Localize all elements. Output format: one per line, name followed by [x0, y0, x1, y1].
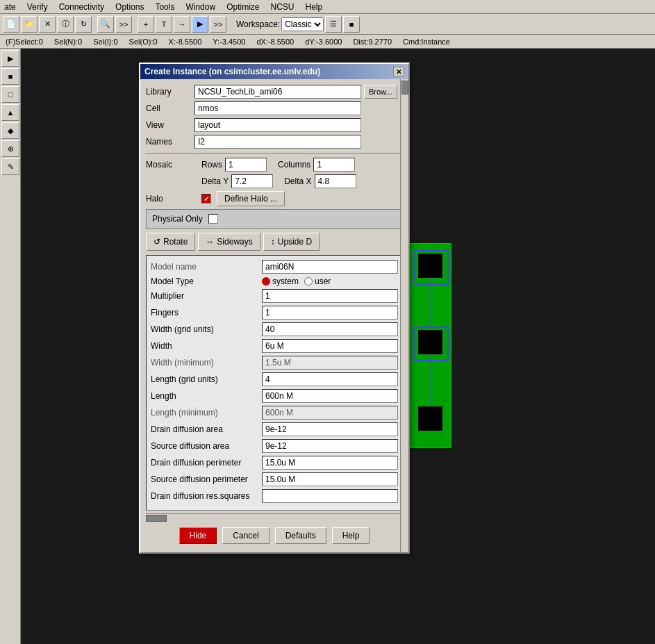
width-grid-label: Width (grid units): [151, 324, 262, 334]
width-input[interactable]: [262, 339, 398, 353]
width-min-input[interactable]: [262, 356, 398, 370]
workspace-btn2[interactable]: ■: [343, 16, 360, 33]
help-button[interactable]: Help: [332, 527, 370, 544]
more-tools-button[interactable]: >>: [210, 16, 226, 33]
view-row: View: [146, 118, 403, 132]
mosaic-delta-row: Delta Y Delta X: [146, 174, 403, 188]
width-min-row: Width (minimum): [151, 356, 398, 370]
drain-diff-area-input[interactable]: [262, 422, 398, 436]
menu-ncsu[interactable]: NCSU: [269, 2, 295, 12]
model-name-label: Model name: [151, 262, 262, 272]
rows-input[interactable]: [225, 158, 267, 172]
horizontal-scrollbar[interactable]: [146, 513, 403, 522]
define-halo-button[interactable]: Define Halo ...: [217, 191, 285, 206]
length-input[interactable]: [262, 389, 398, 403]
cell-input[interactable]: [194, 101, 361, 115]
instance-button[interactable]: +: [138, 16, 154, 33]
upside-down-button[interactable]: ↕ Upside D: [263, 233, 320, 251]
status-dx: dX:-8.5500: [256, 38, 294, 46]
names-input[interactable]: [194, 135, 361, 149]
select-button[interactable]: ▶: [192, 16, 208, 33]
mosaic-label: Mosaic: [146, 160, 201, 170]
multiplier-label: Multiplier: [151, 291, 262, 301]
left-toolbar: ▶ ■ □ ▲ ◆ ⊕ ✎: [0, 49, 21, 644]
length-min-input[interactable]: [262, 406, 398, 420]
library-input[interactable]: [194, 85, 361, 99]
zoom-more-button[interactable]: >>: [115, 16, 132, 33]
names-label: Names: [146, 137, 194, 147]
menu-optimize[interactable]: Optimize: [225, 2, 260, 12]
menu-window[interactable]: Window: [184, 2, 217, 12]
model-name-input[interactable]: [262, 260, 398, 274]
vertical-scrollbar[interactable]: [400, 79, 408, 552]
arrow-button[interactable]: →: [174, 16, 190, 33]
drain-diff-area-row: Drain diffusion area: [151, 422, 398, 436]
workspace-btn1[interactable]: ☰: [325, 16, 342, 33]
left-btn-2[interactable]: ■: [1, 68, 19, 85]
view-input[interactable]: [194, 118, 361, 132]
cancel-button[interactable]: Cancel: [222, 527, 269, 544]
hide-button[interactable]: Hide: [179, 527, 217, 544]
status-x: X:-8.5500: [169, 38, 202, 46]
status-cmd: Cmd:Instance: [403, 38, 450, 46]
halo-checkbox[interactable]: ✓: [201, 194, 211, 204]
menu-ate[interactable]: ate: [3, 2, 17, 12]
source-diff-perim-label: Source diffusion perimeter: [151, 474, 262, 484]
workspace-select[interactable]: Classic: [281, 17, 324, 31]
defaults-button[interactable]: Defaults: [275, 527, 326, 544]
drain-diff-res-input[interactable]: [262, 489, 398, 503]
left-btn-3[interactable]: □: [1, 86, 19, 103]
source-diff-perim-input[interactable]: [262, 472, 398, 486]
dialog-close-button[interactable]: ✕: [393, 67, 404, 76]
length-label: Length: [151, 391, 262, 401]
left-btn-5[interactable]: ◆: [1, 122, 19, 139]
menu-help[interactable]: Help: [304, 2, 324, 12]
length-grid-row: Length (grid units): [151, 372, 398, 386]
fingers-input[interactable]: [262, 306, 398, 320]
create-instance-dialog: Create Instance (on csimcluster.ee.unlv.…: [139, 63, 410, 554]
length-row: Length: [151, 389, 398, 403]
model-name-row: Model name: [151, 260, 398, 274]
multiplier-input[interactable]: [262, 289, 398, 303]
refresh-button[interactable]: ↻: [75, 16, 92, 33]
columns-label: Columns: [278, 160, 310, 170]
rows-label: Rows: [201, 160, 222, 170]
menu-tools[interactable]: Tools: [154, 2, 176, 12]
width-min-label: Width (minimum): [151, 358, 262, 368]
delta-x-label: Delta X: [284, 176, 311, 186]
left-btn-4[interactable]: ▲: [1, 104, 19, 121]
text-button[interactable]: T: [156, 16, 172, 33]
info-button[interactable]: ⓘ: [57, 16, 74, 33]
left-btn-6[interactable]: ⊕: [1, 140, 19, 157]
menu-verify[interactable]: Verify: [26, 2, 49, 12]
status-dy: dY:-3.6000: [305, 38, 342, 46]
close-button[interactable]: ✕: [39, 16, 56, 33]
length-grid-input[interactable]: [262, 372, 398, 386]
fingers-label: Fingers: [151, 308, 262, 317]
zoom-button[interactable]: 🔍: [97, 16, 114, 33]
browse-button[interactable]: Brow...: [364, 85, 397, 99]
rotate-button[interactable]: ↺ Rotate: [146, 233, 195, 251]
radio-system[interactable]: system: [262, 276, 299, 286]
sideways-button[interactable]: ↔ Sideways: [198, 233, 260, 251]
left-btn-7[interactable]: ✎: [1, 158, 19, 175]
cell-label: Cell: [146, 104, 194, 113]
menu-options[interactable]: Options: [114, 2, 145, 12]
open-button[interactable]: 📁: [21, 16, 38, 33]
workspace-label: Workspace:: [236, 19, 280, 29]
radio-user[interactable]: user: [304, 276, 331, 286]
cell-row: Cell: [146, 101, 403, 115]
source-diff-area-input[interactable]: [262, 439, 398, 453]
menu-connectivity[interactable]: Connectivity: [58, 2, 106, 12]
upside-down-icon: ↕: [271, 237, 275, 247]
sideways-icon: ↔: [206, 237, 214, 247]
drain-diff-perim-input[interactable]: [262, 456, 398, 470]
physical-only-checkbox[interactable]: [208, 214, 218, 224]
new-button[interactable]: 📄: [3, 16, 19, 33]
delta-x-input[interactable]: [315, 174, 356, 188]
left-btn-1[interactable]: ▶: [1, 50, 19, 67]
width-grid-input[interactable]: [262, 322, 398, 336]
columns-input[interactable]: [313, 158, 355, 172]
dialog-title-bar: Create Instance (on csimcluster.ee.unlv.…: [140, 64, 408, 79]
delta-y-input[interactable]: [231, 174, 273, 188]
